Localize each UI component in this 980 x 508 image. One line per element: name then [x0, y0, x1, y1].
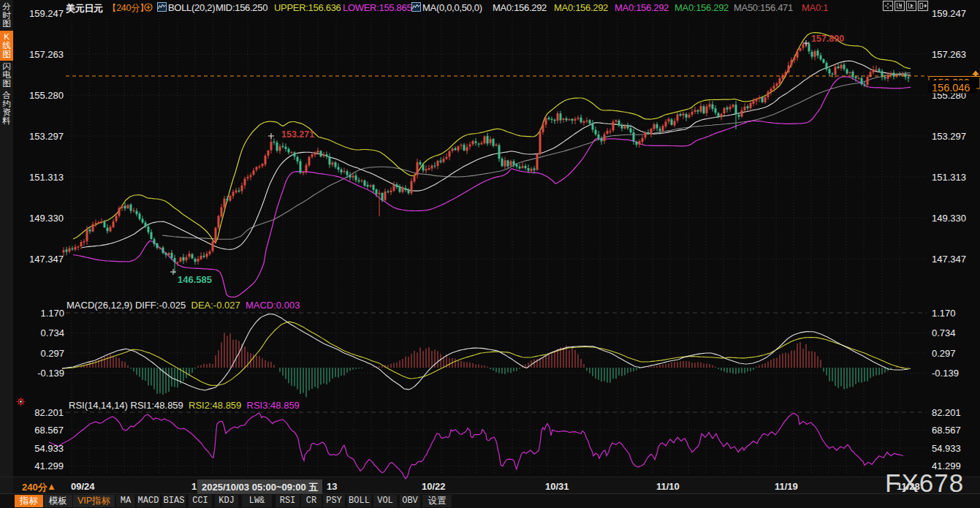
svg-text:149.330: 149.330	[29, 213, 64, 224]
svg-text:41.299: 41.299	[34, 460, 64, 471]
svg-text:0.734: 0.734	[932, 327, 956, 338]
svg-text:151.313: 151.313	[29, 172, 64, 183]
svg-text:54.933: 54.933	[932, 443, 961, 454]
svg-text:-0.139: -0.139	[932, 368, 959, 379]
svg-text:82.201: 82.201	[34, 407, 64, 418]
svg-text:68.567: 68.567	[932, 425, 961, 436]
svg-text:0.297: 0.297	[40, 348, 64, 359]
svg-text:153.297: 153.297	[932, 131, 966, 142]
svg-text:1.170: 1.170	[932, 308, 956, 319]
svg-text:147.347: 147.347	[932, 254, 966, 265]
svg-text:0.734: 0.734	[40, 327, 64, 338]
svg-text:157.263: 157.263	[29, 49, 64, 60]
svg-text:82.201: 82.201	[932, 407, 961, 418]
svg-text:151.313: 151.313	[932, 172, 966, 183]
svg-text:157.890: 157.890	[811, 34, 844, 44]
svg-text:147.347: 147.347	[29, 254, 64, 265]
svg-text:54.933: 54.933	[34, 443, 64, 454]
svg-text:149.330: 149.330	[932, 213, 966, 224]
svg-text:68.567: 68.567	[34, 425, 64, 436]
svg-text:155.280: 155.280	[29, 90, 64, 101]
svg-text:159.247: 159.247	[29, 8, 64, 19]
svg-text:153.297: 153.297	[29, 131, 64, 142]
svg-text:156.046: 156.046	[932, 82, 970, 94]
svg-text:157.263: 157.263	[932, 49, 966, 60]
svg-text:0.297: 0.297	[932, 348, 956, 359]
svg-text:153.271: 153.271	[281, 129, 314, 140]
svg-text:-0.139: -0.139	[37, 368, 64, 379]
svg-text:1.170: 1.170	[40, 308, 64, 319]
svg-text:146.585: 146.585	[178, 274, 212, 285]
svg-text:159.247: 159.247	[932, 8, 966, 19]
